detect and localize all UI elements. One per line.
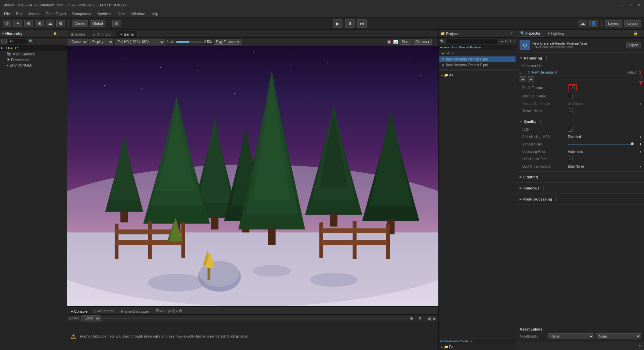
scale-slider[interactable] — [176, 41, 203, 43]
grid-tool[interactable]: ⊡ — [112, 20, 121, 27]
project-item-1[interactable]: ⚙ New Universal Render Pipel — [439, 62, 516, 68]
tab-animator[interactable]: ▷Animator — [89, 31, 116, 37]
menu-edit[interactable]: Edit — [13, 11, 25, 16]
global-toggle[interactable]: Global — [90, 20, 105, 27]
menu-assets[interactable]: Assets — [26, 11, 42, 16]
lighting-tab[interactable]: ☀ Lighting — [544, 30, 568, 37]
cloud-icon[interactable]: ☁ — [579, 20, 587, 27]
hierarchy-item-environment[interactable]: ▸ ENVIRONMEN — [0, 62, 67, 68]
pivot-toggle[interactable]: Center — [72, 20, 88, 27]
hierarchy-item-maincamera[interactable]: 📷 Main Camera — [0, 51, 67, 57]
mute-icon[interactable]: 🔇 — [387, 40, 392, 44]
menu-file[interactable]: File — [1, 11, 13, 16]
hierarchy-search[interactable] — [8, 39, 28, 44]
rect-tool[interactable]: ☁ — [46, 20, 54, 27]
depth-texture-checkbox[interactable]: ✓ — [570, 85, 575, 90]
project-search-input[interactable] — [445, 39, 499, 44]
menu-jobs[interactable]: Jobs — [115, 11, 128, 16]
timeline-prev[interactable]: ◀ — [427, 316, 431, 321]
tab-game[interactable]: ∞Game — [116, 31, 138, 37]
remove-renderer-btn[interactable]: − — [528, 76, 534, 82]
lod-crossfade-checkbox[interactable]: ✓ — [568, 157, 573, 161]
view-options[interactable]: ⋮ — [432, 30, 438, 37]
bottom-options[interactable]: ⋮ — [432, 307, 438, 314]
layout-dropdown[interactable]: Layout — [624, 20, 641, 27]
game-view-select[interactable]: Game — [68, 39, 88, 45]
hierarchy-lock[interactable]: 🔒 — [52, 31, 58, 36]
tab-animation[interactable]: ▷ Animation — [91, 308, 118, 314]
inspector-options[interactable]: 🔒 ⋮ — [632, 30, 644, 37]
move-tool[interactable]: ✦ — [13, 20, 22, 27]
bottom-editor-select[interactable]: Editor — [82, 315, 101, 321]
settings-tool[interactable]: ⚙ — [56, 20, 65, 27]
layers-dropdown[interactable]: Layers — [605, 20, 622, 27]
pause-button[interactable]: ⏸ — [345, 19, 355, 28]
tab-console[interactable]: ≡ Console — [67, 308, 91, 314]
tab-shaderref[interactable]: Shader参考大全 — [152, 307, 185, 314]
lighting-header[interactable]: ▶ Lighting ⋮ — [517, 173, 644, 181]
render-scale-slider[interactable] — [568, 144, 633, 144]
opaque-texture-checkbox[interactable] — [568, 94, 573, 98]
add-renderer-btn[interactable]: + — [520, 76, 526, 82]
hierarchy-options[interactable]: ⋮ — [59, 31, 65, 36]
project-item-0[interactable]: ⚙ New Universal Render Pipel — [439, 56, 516, 62]
project-filter[interactable]: ☁ — [500, 39, 503, 43]
project-resize-handle[interactable] — [439, 69, 516, 71]
rendering-header[interactable]: ▼ Rendering ⋮ — [517, 54, 644, 62]
menu-component[interactable]: Component — [69, 11, 94, 16]
display-select[interactable]: Display 1 — [89, 39, 113, 45]
menu-help[interactable]: Help — [148, 11, 161, 16]
postprocessing-options[interactable]: ⋮ — [553, 196, 559, 202]
tab-scene[interactable]: ⊞Scene — [67, 31, 89, 37]
favorites-resize[interactable] — [451, 53, 453, 54]
shadows-options[interactable]: ⋮ — [541, 185, 547, 191]
project-options[interactable]: ⋮ — [509, 31, 514, 36]
hdr-checkbox[interactable]: ✓ — [568, 127, 573, 132]
breadcrumb-renderpipeline[interactable]: Render Pipeline — [459, 46, 481, 49]
stats-icon[interactable]: 📊 — [393, 40, 398, 44]
maximize-button[interactable]: □ — [628, 2, 633, 8]
quality-options[interactable]: ⋮ — [538, 119, 544, 124]
scene-options[interactable]: ⋮ — [62, 46, 65, 50]
minimize-button[interactable]: — — [620, 2, 625, 8]
asset-bundle-select2[interactable]: None — [596, 333, 642, 339]
menu-window[interactable]: Window — [129, 11, 147, 16]
account-icon[interactable]: 👤 — [589, 20, 598, 27]
viewport-options[interactable]: ⋮ — [433, 40, 437, 44]
scale-tool[interactable]: ⊞ — [35, 20, 44, 27]
timeline-scrubber[interactable] — [410, 317, 413, 320]
play-button[interactable]: ▶ — [333, 19, 342, 28]
project-star[interactable]: ★ — [509, 39, 512, 43]
tab-framedebugger[interactable]: Frame Debugger — [118, 308, 152, 314]
assets-item[interactable]: ▸ 📁 As — [440, 73, 515, 78]
menu-gameobject[interactable]: GameObject — [43, 11, 69, 16]
lighting-section-options[interactable]: ⋮ — [539, 174, 545, 180]
transform-tool[interactable]: ⟳ — [3, 20, 11, 27]
timeline-next[interactable]: ▶ — [433, 316, 436, 321]
shadows-header[interactable]: ▶ Shadows ⋮ — [517, 184, 644, 192]
stats-btn[interactable]: Stats — [399, 39, 412, 45]
menu-services[interactable]: Services — [95, 11, 114, 16]
hierarchy-add[interactable]: + — [1, 39, 7, 44]
play-focused-btn[interactable]: Play Focused ▾ — [214, 39, 241, 45]
gizmos-btn[interactable]: Gizmos ▾ — [413, 39, 432, 45]
breadcrumb-arts[interactable]: Arts — [451, 46, 457, 49]
pa-folder-item[interactable]: ▸ 📁 Pa — [440, 344, 515, 349]
resolution-select[interactable]: Full HD (1920x1080) — [115, 39, 165, 45]
inspector-tab[interactable]: 🔍 Inspector — [517, 30, 544, 37]
breadcrumb-assets[interactable]: Assets — [440, 46, 449, 49]
hierarchy-item-directional[interactable]: ☀ Directional Li — [0, 57, 67, 62]
inspector-bottom-icon[interactable]: ⚙ — [638, 344, 642, 349]
close-button[interactable]: ✕ — [636, 2, 641, 8]
terrain-holes-checkbox[interactable]: ✓ — [568, 108, 573, 113]
asset-bundle-select[interactable]: None — [548, 333, 594, 339]
open-button[interactable]: Open — [626, 42, 641, 48]
project-sort[interactable]: ⚙ — [505, 39, 508, 43]
quality-header[interactable]: ▼ Quality ⋮ — [517, 118, 644, 126]
rendering-options[interactable]: ⋮ — [543, 55, 549, 61]
scene-root-item[interactable]: ▸ ⊙ P4_1* ⋮ — [0, 45, 67, 51]
rotate-tool[interactable]: ⊕ — [24, 20, 33, 27]
favorites-item[interactable]: ★ Fa — [440, 51, 515, 56]
step-button[interactable]: ⏭ — [357, 19, 367, 28]
postprocessing-header[interactable]: ▶ Post-processing ⋮ — [517, 195, 644, 203]
